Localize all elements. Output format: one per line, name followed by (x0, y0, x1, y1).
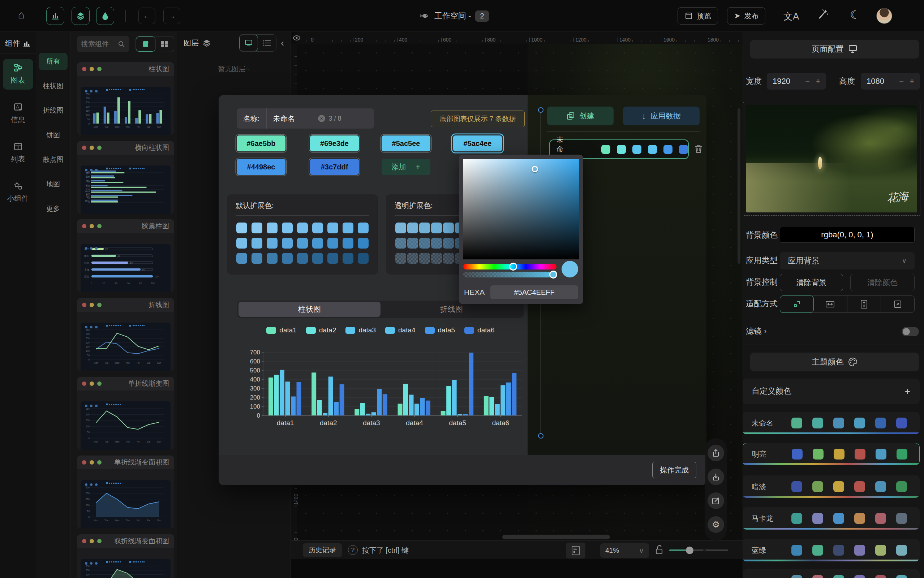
settings-button[interactable]: ⚙ (708, 516, 724, 533)
alpha-extension-swatch[interactable] (431, 253, 442, 264)
alpha-extension-swatch[interactable] (431, 238, 442, 248)
extension-swatch[interactable] (252, 238, 262, 248)
apply-data-button[interactable]: ↓ 应用数据 (623, 107, 700, 125)
alpha-extension-swatch[interactable] (443, 222, 454, 233)
extension-swatch[interactable] (358, 222, 369, 233)
extension-swatch[interactable] (343, 222, 353, 233)
alpha-extension-swatch[interactable] (395, 222, 406, 233)
category-1[interactable]: 所有 (39, 53, 68, 70)
alpha-extension-swatch[interactable] (407, 253, 418, 264)
background-image-preview[interactable]: 花海 (743, 102, 921, 216)
export-button[interactable] (708, 445, 724, 461)
help-icon[interactable]: ? (348, 545, 358, 555)
extension-swatch[interactable] (252, 222, 262, 233)
color-chip[interactable]: #5ac5ee (382, 135, 430, 151)
fit-stretch-button[interactable] (881, 296, 914, 312)
extension-swatch[interactable] (236, 222, 247, 233)
alpha-extension-swatch[interactable] (407, 238, 418, 248)
guide-handle-top[interactable] (538, 107, 544, 113)
extension-swatch[interactable] (358, 238, 369, 248)
color-chip[interactable]: #6ae5bb (237, 135, 286, 151)
element-color-swatch[interactable] (617, 145, 626, 154)
collapse-chevron-icon[interactable]: ‹ (281, 37, 284, 49)
alpha-extension-swatch[interactable] (419, 253, 430, 264)
search-input[interactable]: 搜索组件 (77, 36, 129, 52)
category-4[interactable]: 饼图 (39, 127, 68, 144)
sidebar-item-2[interactable]: A信息 (3, 98, 33, 129)
extension-swatch[interactable] (236, 238, 247, 248)
component-card[interactable]: 胶囊柱图厦门20南阳40北京60上海80新疆100020406080100 (77, 219, 174, 292)
alpha-extension-swatch[interactable] (419, 238, 430, 248)
component-card[interactable]: 折线图050100150200250300350MonTueWedThuFriS… (77, 298, 174, 371)
home-icon[interactable]: ⌂ (18, 9, 24, 21)
workspace-badge[interactable]: 2 (475, 10, 489, 22)
extension-swatch[interactable] (327, 222, 338, 233)
extension-swatch[interactable] (312, 222, 323, 233)
add-color-button[interactable]: 添加 + (382, 159, 430, 175)
plus-icon[interactable]: + (909, 76, 914, 86)
edit-button[interactable] (708, 492, 724, 509)
extension-swatch[interactable] (267, 238, 278, 248)
extension-swatch[interactable] (343, 253, 353, 264)
layer-view-canvas[interactable] (239, 35, 258, 51)
component-card[interactable]: 横向柱状图050100150200250300350SunSatFriThuWe… (77, 141, 174, 214)
extension-swatch[interactable] (312, 238, 323, 248)
component-card[interactable]: 单折线渐变面积图050100150200250MonTueWedThuFriSa… (77, 456, 174, 529)
bg-color-input[interactable]: rgba(0, 0, 0, 1) (780, 227, 914, 243)
magic-wand-icon[interactable] (816, 8, 829, 21)
extension-swatch[interactable] (267, 253, 278, 264)
height-stepper[interactable]: 1080 −+ (861, 73, 920, 89)
theme-row-3[interactable]: 暗淡 (742, 476, 920, 498)
zoom-select[interactable]: 41% ∨ (600, 543, 649, 558)
sidebar-item-1[interactable]: 图表 (3, 59, 33, 89)
chart-mode-button[interactable] (46, 7, 64, 25)
layer-view-list[interactable] (258, 35, 276, 51)
category-5[interactable]: 散点图 (39, 151, 68, 168)
legend-item[interactable]: data6 (464, 326, 495, 334)
custom-color-row[interactable]: 自定义颜色 + (742, 378, 920, 404)
color-chip[interactable]: #5ac4ee (453, 135, 502, 151)
publish-button[interactable]: ➤ 发布 (727, 7, 765, 24)
horizontal-scrollbar[interactable] (502, 535, 610, 539)
fit-width-button[interactable] (814, 296, 847, 312)
alpha-handle[interactable] (549, 271, 557, 279)
hue-handle[interactable] (509, 263, 517, 271)
width-stepper[interactable]: 1920 −+ (767, 73, 826, 89)
filter-toggle[interactable] (901, 327, 919, 336)
undo-button[interactable]: ← (138, 8, 155, 24)
extension-swatch[interactable] (343, 238, 353, 248)
extension-swatch[interactable] (297, 253, 308, 264)
avatar[interactable] (876, 8, 892, 24)
create-button[interactable]: 创建 (547, 107, 614, 125)
translate-icon[interactable]: 文A (783, 10, 799, 23)
extension-swatch[interactable] (282, 238, 293, 248)
sidebar-item-3[interactable]: 列表 (3, 138, 33, 168)
extension-swatch[interactable] (252, 253, 262, 264)
lock-icon[interactable] (655, 544, 663, 555)
guide-handle-bottom[interactable] (538, 433, 544, 438)
trash-icon[interactable] (694, 144, 703, 154)
theme-color-header[interactable]: 主题颜色 (750, 352, 919, 371)
component-card[interactable]: 双折线渐变面积图050100150200250300350MonTueWedTh… (77, 534, 174, 578)
minus-icon[interactable]: − (899, 76, 904, 86)
legend-item[interactable]: data2 (306, 326, 336, 334)
extension-swatch[interactable] (358, 253, 369, 264)
plus-icon[interactable]: + (905, 386, 910, 397)
legend-item[interactable]: data1 (266, 326, 297, 334)
theme-mode-button[interactable] (96, 7, 114, 25)
extension-swatch[interactable] (297, 222, 308, 233)
legend-item[interactable]: data3 (346, 326, 376, 334)
tab-bar[interactable]: 柱状图 (239, 302, 380, 317)
category-7[interactable]: 更多 (39, 200, 68, 218)
clear-background-button[interactable]: 清除背景 (780, 274, 843, 291)
extension-swatch[interactable] (312, 253, 323, 264)
extension-swatch[interactable] (297, 238, 308, 248)
alpha-extension-swatch[interactable] (443, 253, 454, 264)
minus-icon[interactable]: − (805, 76, 810, 86)
color-chip[interactable]: #3c7ddf (310, 159, 359, 175)
eye-icon[interactable] (292, 34, 301, 42)
theme-row-5[interactable]: 蓝绿 (742, 539, 920, 562)
alpha-extension-swatch[interactable] (431, 222, 442, 233)
alpha-extension-swatch[interactable] (407, 222, 418, 233)
color-chip[interactable]: #69e3de (310, 135, 359, 151)
